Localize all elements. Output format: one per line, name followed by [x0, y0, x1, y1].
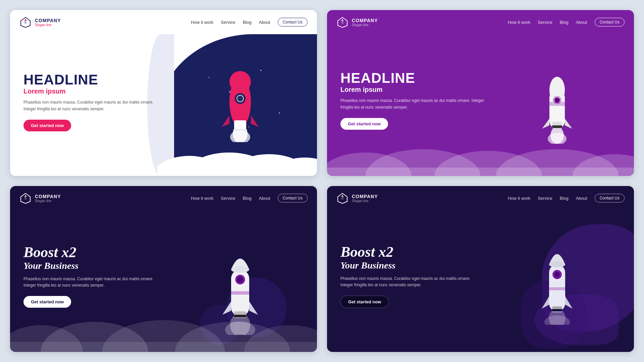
nav-howitwork-1[interactable]: How it work — [191, 20, 213, 25]
nav-links-card-3: How it work Service Blog About Contact U… — [191, 194, 308, 202]
rocket-svg-card-1 — [217, 68, 264, 142]
nav-links-card-4: How it work Service Blog About Contact U… — [508, 194, 625, 202]
logo-card-1: COMPANY Slogan line — [19, 16, 61, 28]
contact-btn-3[interactable]: Contact Us — [278, 194, 308, 202]
nav-howitwork-2[interactable]: How it work — [508, 20, 530, 25]
company-name-card-1: COMPANY — [35, 18, 61, 23]
hero-card-4: Boost x2 Your Business Phasellus non mau… — [327, 210, 634, 352]
svg-rect-61 — [549, 287, 565, 290]
svg-marker-36 — [24, 197, 27, 200]
nav-howitwork-3[interactable]: How it work — [191, 196, 213, 201]
card-dark-2: COMPANY Slogan line How it work Service … — [327, 186, 634, 352]
svg-rect-45 — [234, 315, 246, 317]
subheadline-card-4: Your Business — [340, 260, 482, 271]
slogan-card-4: Slogan line — [352, 199, 378, 203]
svg-point-8 — [237, 95, 244, 102]
nav-service-2[interactable]: Service — [538, 20, 552, 25]
rocket-container-card-3 — [164, 217, 317, 352]
nav-about-4[interactable]: About — [576, 196, 587, 201]
logo-icon-card-2 — [336, 16, 348, 28]
hero-card-2: HEADLINE Lorem ipsum Phasellus non mauri… — [327, 34, 634, 176]
rocket-svg-card-4 — [534, 238, 581, 325]
subheadline-card-3: Your Business — [23, 260, 165, 271]
logo-text-card-3: COMPANY Slogan line — [35, 194, 61, 203]
company-name-card-4: COMPANY — [352, 194, 378, 199]
logo-card-4: COMPANY Slogan line — [336, 192, 378, 204]
hero-card-1: HEADLINE Lorem ipsum Phasellus non mauri… — [10, 34, 317, 176]
rocket-container-card-4 — [481, 210, 634, 352]
nav-about-1[interactable]: About — [259, 20, 270, 25]
card-dark-1: COMPANY Slogan line How it work Service … — [10, 186, 317, 352]
svg-marker-2 — [24, 21, 27, 24]
rocket-svg-card-3 — [215, 241, 265, 335]
logo-icon-card-1 — [19, 16, 32, 28]
nav-links-card-1: How it work Service Blog About Contact U… — [191, 18, 308, 26]
body-text-card-1: Phasellus non mauris massa. Curabitur eg… — [23, 99, 165, 112]
slogan-card-2: Slogan line — [352, 23, 378, 27]
logo-text-card-4: COMPANY Slogan line — [352, 194, 378, 203]
rocket-svg-card-2 — [535, 67, 579, 144]
hero-left-card-3: Boost x2 Your Business Phasellus non mau… — [10, 241, 179, 321]
svg-point-40 — [231, 266, 249, 273]
nav-service-3[interactable]: Service — [221, 196, 235, 201]
headline-card-2: HEADLINE — [340, 70, 498, 86]
slogan-card-1: Slogan line — [35, 23, 61, 27]
body-text-card-2: Phasellus non mauris massa. Curabitur eg… — [340, 98, 498, 110]
company-name-card-3: COMPANY — [35, 194, 61, 199]
logo-card-2: COMPANY Slogan line — [336, 16, 378, 28]
svg-point-58 — [549, 261, 565, 267]
nav-card-2: COMPANY Slogan line How it work Service … — [327, 10, 634, 34]
svg-rect-43 — [231, 291, 249, 295]
rocket-container-card-1 — [164, 34, 317, 176]
logo-text-card-1: COMPANY Slogan line — [35, 18, 61, 27]
headline-card-1: HEADLINE — [23, 72, 165, 87]
nav-blog-2[interactable]: Blog — [560, 20, 569, 25]
card-purple: COMPANY Slogan line How it work Service … — [327, 10, 634, 176]
svg-point-25 — [554, 98, 560, 103]
cta-btn-card-1[interactable]: Get started now — [23, 120, 71, 131]
headline-card-3: Boost x2 — [23, 244, 165, 260]
contact-btn-2[interactable]: Contact Us — [595, 18, 625, 26]
svg-point-60 — [554, 272, 560, 277]
svg-rect-63 — [552, 309, 562, 311]
svg-marker-54 — [341, 197, 344, 200]
subheadline-card-2: Lorem ipsum — [340, 86, 498, 94]
body-text-card-4: Phasellus non mauris massa. Curabitur eg… — [340, 276, 482, 288]
nav-howitwork-4[interactable]: How it work — [508, 196, 530, 201]
nav-blog-4[interactable]: Blog — [560, 196, 569, 201]
hero-card-3: Boost x2 Your Business Phasellus non mau… — [10, 210, 317, 352]
svg-rect-27 — [552, 125, 562, 128]
nav-service-1[interactable]: Service — [221, 20, 235, 25]
contact-btn-1[interactable]: Contact Us — [278, 18, 308, 26]
svg-marker-18 — [341, 21, 344, 24]
hero-left-card-2: HEADLINE Lorem ipsum Phasellus non mauri… — [327, 67, 511, 143]
nav-card-4: COMPANY Slogan line How it work Service … — [327, 186, 634, 210]
svg-point-42 — [237, 277, 243, 283]
body-text-card-3: Phasellus non mauris massa. Curabitur eg… — [23, 276, 165, 289]
nav-blog-3[interactable]: Blog — [243, 196, 252, 201]
cta-btn-card-2[interactable]: Get started now — [340, 118, 388, 130]
slogan-card-3: Slogan line — [35, 199, 61, 203]
nav-service-4[interactable]: Service — [538, 196, 552, 201]
logo-text-card-2: COMPANY Slogan line — [352, 18, 378, 27]
nav-card-1: COMPANY Slogan line How it work Service … — [10, 10, 317, 34]
nav-card-3: COMPANY Slogan line How it work Service … — [10, 186, 317, 210]
logo-card-3: COMPANY Slogan line — [19, 192, 61, 204]
hero-left-card-1: HEADLINE Lorem ipsum Phasellus non mauri… — [10, 65, 179, 145]
logo-icon-card-4 — [336, 192, 348, 204]
card-white: COMPANY Slogan line How it work Service … — [10, 10, 317, 176]
company-name-card-2: COMPANY — [352, 18, 378, 23]
nav-about-3[interactable]: About — [259, 196, 270, 201]
svg-point-38 — [225, 321, 255, 335]
svg-point-56 — [544, 315, 570, 325]
contact-btn-4[interactable]: Contact Us — [595, 194, 625, 202]
subheadline-card-1: Lorem ipsum — [23, 87, 165, 95]
hero-left-card-4: Boost x2 Your Business Phasellus non mau… — [327, 241, 496, 322]
cta-btn-card-3[interactable]: Get started now — [23, 296, 71, 308]
nav-about-2[interactable]: About — [576, 20, 587, 25]
cta-btn-card-4[interactable]: Get started now — [340, 296, 389, 308]
svg-rect-9 — [234, 120, 246, 129]
logo-icon-card-3 — [19, 192, 32, 204]
nav-blog-1[interactable]: Blog — [243, 20, 252, 25]
headline-card-4: Boost x2 — [340, 244, 482, 260]
